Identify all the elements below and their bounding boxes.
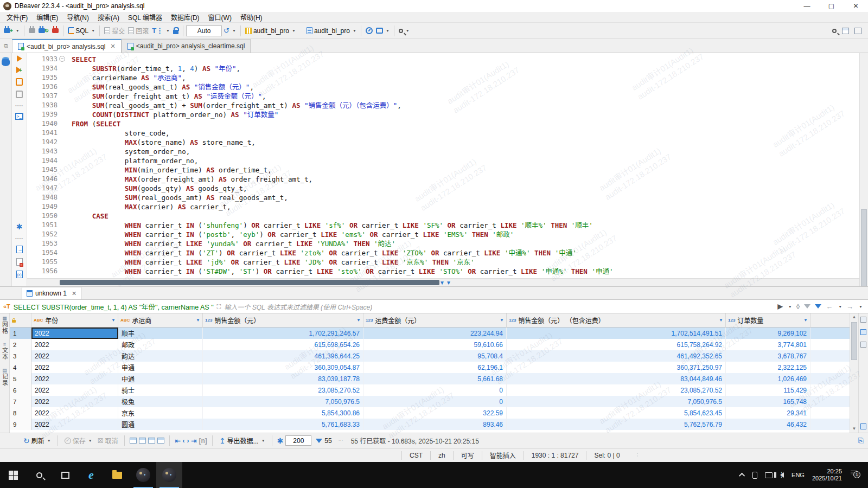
sql-console-icon[interactable]: >_ (15, 113, 23, 120)
filter-outline-icon[interactable] (804, 304, 810, 309)
minimize-button[interactable]: — (795, 0, 819, 12)
grid-cell[interactable]: 2022 (31, 328, 118, 339)
internet-explorer-icon[interactable]: e (78, 462, 104, 488)
transaction-lock-button[interactable] (171, 27, 180, 35)
execute-statement-icon[interactable] (17, 55, 22, 62)
chevron-down-icon[interactable]: ▼ (859, 305, 863, 309)
grid-cell[interactable]: 165,748 (726, 396, 810, 407)
grid-cell[interactable]: 0 (363, 384, 507, 396)
results-tab[interactable]: unknown 1 ✕ (22, 287, 81, 299)
grid-cell[interactable]: 5,854,300.86 (203, 407, 363, 419)
row-number[interactable]: 4 (10, 362, 31, 373)
taskbar-clock[interactable]: 20:252025/10/21 (812, 468, 842, 482)
autocommit-combo[interactable]: Auto (186, 25, 222, 36)
close-connection-button[interactable] (50, 27, 60, 34)
column-header[interactable]: 123运费金额（元）▼ (363, 313, 507, 327)
grid-cell[interactable]: 83,039,187.78 (203, 373, 363, 384)
menu-item[interactable]: 导航(N) (62, 11, 93, 23)
transaction-mode-button[interactable]: T⋮▼ (150, 25, 171, 36)
row-header-corner[interactable] (10, 313, 31, 327)
gear-icon[interactable]: ✱ (16, 222, 23, 231)
grid-cell[interactable]: 圆通 (118, 419, 203, 430)
execute-script-icon[interactable] (16, 78, 23, 86)
chevron-down-icon[interactable]: ▼ (788, 305, 792, 309)
grid-cell[interactable]: 0 (363, 396, 507, 407)
editor-vertical-scrollbar[interactable] (859, 53, 868, 286)
variables-icon[interactable]: (x) (16, 271, 23, 278)
taskbar-search-icon[interactable] (26, 462, 52, 488)
start-button[interactable] (0, 462, 26, 488)
grid-cell[interactable]: 5,761,683.33 (203, 419, 363, 430)
sql-editor-button[interactable]: SQL▼ (66, 26, 97, 36)
row-number[interactable]: 3 (10, 350, 31, 362)
row-number[interactable]: 6 (10, 384, 31, 396)
column-header[interactable]: 123销售金额（元）▼ (203, 313, 363, 327)
row-number[interactable]: 7 (10, 396, 31, 407)
chevron-down-icon[interactable]: ▼ (88, 439, 92, 442)
grid-cell[interactable]: 2022 (31, 350, 118, 362)
database-navigator-icon[interactable] (2, 59, 10, 66)
grid-cell[interactable]: 极兔 (118, 396, 203, 407)
grid-cell[interactable]: 615,698,654.26 (203, 339, 363, 350)
grid-cell[interactable]: 2022 (31, 407, 118, 419)
grid-cell[interactable]: 京东 (118, 407, 203, 419)
duplicate-row-icon[interactable] (139, 438, 146, 444)
column-header[interactable]: ABC承运商▼ (118, 313, 203, 327)
dbeaver-taskbar-icon[interactable] (156, 462, 182, 488)
grid-cell[interactable]: 3,774,801 (726, 339, 810, 350)
row-number[interactable]: 8 (10, 407, 31, 419)
value-panel-icon[interactable] (860, 317, 866, 323)
row-number[interactable]: 9 (10, 419, 31, 430)
chevron-down-icon[interactable]: ▼ (292, 29, 296, 33)
column-header[interactable]: 123销售金额（元） （包含运费）▼ (507, 313, 726, 327)
grid-cell[interactable]: 2022 (31, 384, 118, 396)
grid-cell[interactable]: 1,702,514,491.51 (507, 328, 726, 339)
network-tray-icon[interactable] (765, 472, 773, 478)
chevron-down-icon[interactable]: ▼ (166, 29, 170, 33)
language-indicator[interactable]: ENG (792, 472, 805, 478)
grid-cell[interactable]: 邮政 (118, 339, 203, 350)
grid-cell[interactable]: 3,678,767 (726, 350, 810, 362)
result-view-tab-record[interactable]: ▤记录 (1, 368, 9, 386)
grid-cell[interactable]: 29,341 (726, 407, 810, 419)
goto-row-icon[interactable]: [n] (199, 437, 207, 445)
transaction-log-button[interactable]: ↺▼ (222, 25, 238, 36)
scrollbar-thumb[interactable] (861, 209, 867, 286)
forward-arrow-icon[interactable]: → (846, 303, 853, 311)
grid-cell[interactable]: 7,050,976.5 (203, 396, 363, 407)
rollback-button[interactable]: 回滚 (126, 25, 150, 36)
volume-tray-icon[interactable] (780, 472, 784, 478)
perspective-alt-icon[interactable] (854, 28, 861, 34)
grid-cell[interactable]: 2022 (31, 362, 118, 373)
eraser-icon[interactable]: ◊ (796, 303, 800, 311)
back-arrow-icon[interactable]: ← (826, 303, 833, 311)
close-button[interactable]: ✕ (844, 0, 868, 12)
row-number[interactable]: 5 (10, 373, 31, 384)
sort-dropdown-icon[interactable]: ▼ (196, 318, 200, 323)
table-row[interactable]: 42022申通360,309,054.8762,196.1360,371,250… (10, 362, 850, 373)
grid-cell[interactable]: 59,610.66 (363, 339, 507, 350)
grid-cell[interactable]: 骑士 (118, 384, 203, 396)
chevron-down-icon[interactable]: ▼ (91, 29, 95, 33)
grid-cell[interactable]: 7,050,976.5 (507, 396, 726, 407)
next-row-icon[interactable]: › (187, 437, 189, 445)
fetch-size-input[interactable] (285, 435, 311, 446)
problems-icon[interactable] (16, 258, 23, 266)
grid-cell[interactable]: 461,396,644.25 (203, 350, 363, 362)
grid-cell[interactable]: 322.59 (363, 407, 507, 419)
sort-dropdown-icon[interactable]: ▼ (111, 318, 116, 323)
chevron-down-icon[interactable]: ▼ (353, 29, 356, 33)
delete-row-icon[interactable] (148, 438, 155, 444)
row-number[interactable]: 2 (10, 339, 31, 350)
cancel-button[interactable]: ☒取消 (96, 435, 120, 446)
menu-item[interactable]: 窗口(W) (204, 11, 236, 23)
grid-cell[interactable]: 23,085,270.52 (203, 384, 363, 396)
tray-expand-icon[interactable] (739, 473, 745, 479)
row-number[interactable]: 1 (10, 328, 31, 339)
menu-item[interactable]: 数据库(D) (167, 11, 204, 23)
result-settings-gear-icon[interactable]: ✱ (277, 436, 284, 445)
chevron-down-icon[interactable]: ▼ (838, 305, 842, 309)
grid-cell[interactable]: 23,085,270.52 (507, 384, 726, 396)
grid-cell[interactable]: 5,661.68 (363, 373, 507, 384)
reconnect-button[interactable]: ↻ (37, 27, 50, 35)
